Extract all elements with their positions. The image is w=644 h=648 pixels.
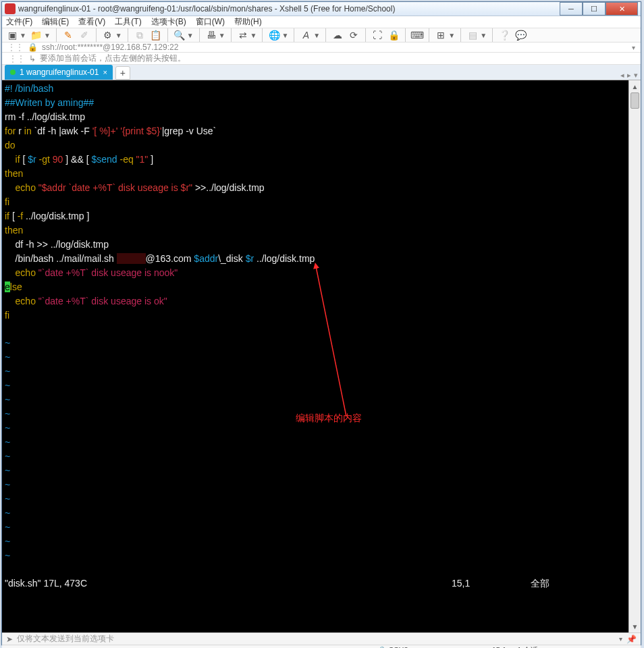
compose-bar: ➤ 仅将文本发送到当前选项卡 ▾ 📌 — [2, 632, 641, 645]
help-icon[interactable]: ❔ — [498, 29, 510, 41]
scroll-up-icon[interactable]: ▲ — [629, 80, 641, 92]
lock-small-icon: 🔒 — [28, 43, 38, 52]
properties-icon[interactable]: ⚙ — [102, 29, 114, 41]
tab-next-icon[interactable]: ▸ — [627, 71, 631, 80]
annotation-arrow-icon — [221, 261, 370, 423]
minimize-button[interactable]: ─ — [560, 2, 583, 16]
titlebar: wangruifenglinux-01 - root@wangruifeng-0… — [2, 2, 641, 16]
new-tab-button[interactable]: + — [115, 66, 130, 80]
add-session-icon[interactable]: ↳ — [29, 54, 36, 63]
scroll-thumb[interactable] — [630, 92, 639, 109]
tab-close-icon[interactable]: × — [103, 68, 107, 76]
tab-label: 1 wangruifenglinux-01 — [20, 68, 99, 77]
grip-icon: ⋮⋮ — [7, 43, 24, 52]
status-sessions: 1 会话 — [517, 645, 538, 648]
chat-icon[interactable]: 💬 — [514, 29, 527, 41]
paste-icon[interactable]: 📋 — [150, 29, 162, 41]
layout-icon[interactable]: ▤ — [466, 29, 479, 41]
tab-prev-icon[interactable]: ◂ — [620, 71, 624, 80]
session-tab[interactable]: 1 wangruifenglinux-01 × — [5, 65, 113, 80]
menu-edit[interactable]: 编辑(E) — [42, 16, 69, 28]
terminal-scrollbar[interactable]: ▲ ▼ — [628, 80, 641, 632]
address-dropdown-icon[interactable]: ▾ — [632, 44, 635, 51]
window-buttons: ─ ☐ ✕ — [560, 2, 638, 16]
terminal-area: #! /bin/bash ##Writen by aming## rm -f .… — [2, 80, 641, 632]
globe-icon[interactable]: 🌐 — [268, 29, 280, 41]
open-session-icon[interactable]: 📁 — [30, 29, 43, 41]
print-icon[interactable]: 🖶 — [205, 29, 217, 41]
menu-window[interactable]: 窗口(W) — [196, 16, 225, 28]
session-hint-bar: ⋮⋮ ↳ 要添加当前会话，点击左侧的箭头按钮。 — [2, 53, 641, 65]
close-button[interactable]: ✕ — [606, 2, 638, 16]
menu-tabs[interactable]: 选项卡(B) — [151, 16, 186, 28]
address-text[interactable]: ssh://root:********@192.168.57.129:22 — [42, 43, 628, 52]
annotation-label: 编辑脚本的内容 — [296, 411, 362, 425]
menu-file[interactable]: 文件(F) — [6, 16, 32, 28]
addtab-icon[interactable]: ⊞ — [435, 29, 447, 41]
window-title: wangruifenglinux-01 - root@wangruifeng-0… — [16, 4, 560, 14]
highlight-icon[interactable]: ✎ — [62, 29, 74, 41]
tabstrip: 1 wangruifenglinux-01 × + ◂ ▸ ▾ — [2, 65, 641, 80]
eyedropper-icon[interactable]: ✐ — [78, 29, 90, 41]
menu-tools[interactable]: 工具(T) — [115, 16, 141, 28]
grip-icon: ⋮⋮ — [9, 54, 25, 63]
menubar: 文件(F) 编辑(E) 查看(V) 工具(T) 选项卡(B) 窗口(W) 帮助(… — [2, 16, 641, 28]
cloud-icon[interactable]: ☁ — [331, 29, 344, 41]
compose-hint[interactable]: 仅将文本发送到当前选项卡 — [17, 633, 615, 645]
copy-icon[interactable]: ⧉ — [134, 29, 146, 41]
svg-line-0 — [316, 267, 346, 416]
keyboard-icon[interactable]: ⌨ — [411, 29, 423, 41]
menu-help[interactable]: 帮助(H) — [234, 16, 262, 28]
compose-pin-icon[interactable]: 📌 — [626, 634, 637, 644]
send-icon[interactable]: ➤ — [6, 634, 13, 644]
refresh-icon[interactable]: ⟳ — [348, 29, 360, 41]
cursor: e — [5, 281, 10, 292]
font-icon[interactable]: A — [300, 29, 312, 41]
tab-menu-icon[interactable]: ▾ — [634, 71, 638, 80]
maximize-button[interactable]: ☐ — [583, 2, 606, 16]
statusbar: ssh://root@192.168.57.129:22 🔒 SSH2 xter… — [2, 645, 641, 648]
toolbar: ▣▼ 📁▼ ✎ ✐ ⚙▼ ⧉ 📋 🔍▼ 🖶▼ ⇄▼ 🌐▼ A▼ ☁ ⟳ ⛶ 🔒 … — [2, 28, 641, 43]
new-session-icon[interactable]: ▣ — [6, 29, 18, 41]
search-icon[interactable]: 🔍 — [173, 29, 186, 41]
status-dot-icon — [10, 70, 16, 75]
compose-dropdown-icon[interactable]: ▾ — [619, 635, 622, 643]
lock-icon[interactable]: 🔒 — [387, 29, 400, 41]
transfer-icon[interactable]: ⇄ — [237, 29, 249, 41]
terminal[interactable]: #! /bin/bash ##Writen by aming## rm -f .… — [2, 80, 628, 632]
fullscreen-icon[interactable]: ⛶ — [371, 29, 383, 41]
addressbar: ⋮⋮ 🔒 ssh://root:********@192.168.57.129:… — [2, 43, 641, 53]
scroll-down-icon[interactable]: ▼ — [629, 620, 641, 632]
session-hint: 要添加当前会话，点击左侧的箭头按钮。 — [40, 53, 186, 64]
app-icon — [5, 3, 16, 14]
menu-view[interactable]: 查看(V) — [78, 16, 105, 28]
app-window: wangruifenglinux-01 - root@wangruifeng-0… — [1, 1, 641, 645]
